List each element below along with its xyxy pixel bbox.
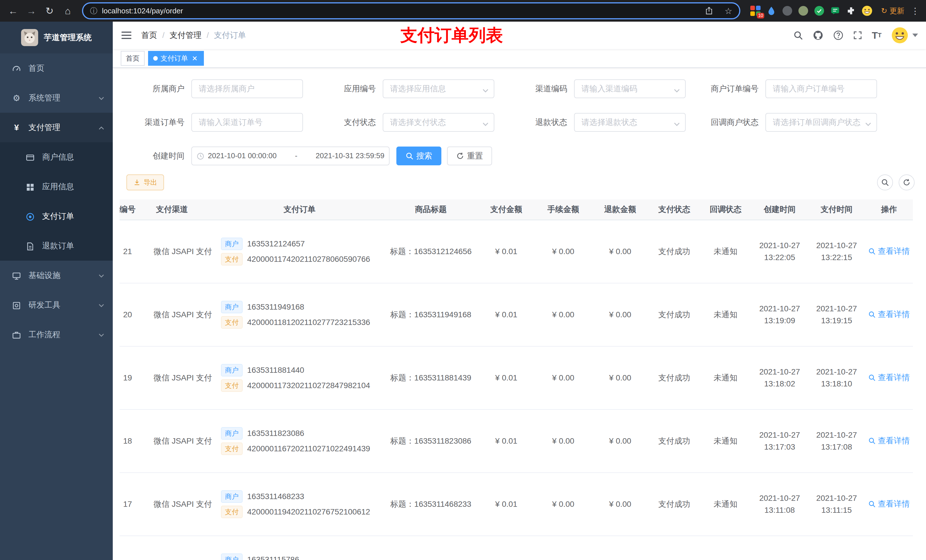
cell-refund: ¥ 0.00: [592, 409, 649, 472]
sidebar-item-merchant-info[interactable]: 商户信息: [0, 142, 113, 172]
table-header-row: 编号支付渠道支付订单商品标题支付金额手续金额退款金额支付状态回调状态创建时间支付…: [120, 199, 913, 220]
filter-label: 支付状态: [311, 117, 383, 128]
browser-update-button[interactable]: ↻ 更新: [878, 6, 908, 16]
filter-input[interactable]: [574, 79, 686, 98]
tab[interactable]: 支付订单: [148, 51, 204, 66]
pay-tag: 支付: [221, 316, 243, 329]
sidebar-item-refund-orders[interactable]: 退款订单: [0, 231, 113, 261]
github-icon[interactable]: [813, 30, 823, 41]
chevron-up-icon: [98, 123, 105, 132]
view-detail-label: 查看详情: [878, 498, 910, 509]
update-label: 更新: [890, 6, 904, 16]
sidebar-item-devtools[interactable]: 研发工具: [0, 290, 113, 320]
sidebar-item-pay[interactable]: ¥ 支付管理: [0, 113, 113, 142]
user-avatar-menu[interactable]: [891, 27, 918, 44]
merchant-order-no: 1635311949168: [247, 302, 304, 312]
refresh-table-button[interactable]: [899, 174, 915, 190]
pay-tag: 支付: [221, 379, 243, 392]
sidebar-item-label: 首页: [29, 63, 105, 74]
cell-created-time: 2021-10-2713:22:05: [751, 220, 808, 283]
cell-refund: ¥ 0.00: [592, 220, 649, 283]
column-header: 操作: [865, 199, 913, 220]
sidebar-item-app-info[interactable]: 应用信息: [0, 172, 113, 201]
app-logo-row[interactable]: 芋道管理系统: [0, 22, 113, 53]
breadcrumb-home[interactable]: 首页: [141, 30, 157, 41]
filter-input[interactable]: [191, 113, 303, 132]
chevron-down-icon: [864, 119, 872, 129]
date-start[interactable]: 2021-10-01 00:00:00: [208, 151, 277, 160]
browser-menu-icon[interactable]: ⋮: [909, 6, 921, 16]
url-text[interactable]: localhost:1024/pay/order: [102, 6, 697, 15]
extension-gray-icon[interactable]: [781, 5, 793, 17]
browser-back-icon[interactable]: ←: [5, 2, 22, 20]
export-button[interactable]: 导出: [126, 174, 164, 190]
extension-green-check-icon[interactable]: [813, 5, 825, 17]
view-detail-link[interactable]: 查看详情: [868, 246, 910, 257]
view-detail-link[interactable]: 查看详情: [868, 309, 910, 320]
filter-input[interactable]: [191, 79, 303, 98]
breadcrumb-pay[interactable]: 支付管理: [170, 30, 201, 41]
bookmark-star-icon[interactable]: ☆: [721, 3, 736, 18]
view-detail-link[interactable]: 查看详情: [868, 498, 910, 509]
table-row[interactable]: 19 微信 JSAPI 支付 商户 1635311881440 支付: [120, 346, 913, 409]
filter-input[interactable]: [383, 79, 494, 98]
address-bar[interactable]: ⓘ localhost:1024/pay/order ☆: [82, 2, 740, 20]
filter-input[interactable]: [766, 79, 877, 98]
close-icon[interactable]: [191, 54, 199, 62]
toggle-search-button[interactable]: [877, 174, 893, 190]
search-button[interactable]: 搜索: [396, 146, 441, 165]
date-end[interactable]: 2021-10-31 23:59:59: [316, 151, 384, 160]
sidebar-item-pay-orders[interactable]: 支付订单: [0, 201, 113, 231]
reset-button-label: 重置: [467, 151, 483, 162]
tab[interactable]: 首页: [121, 51, 145, 66]
font-size-icon[interactable]: TT: [872, 30, 882, 41]
view-detail-link[interactable]: 查看详情: [868, 435, 910, 446]
help-icon[interactable]: [833, 30, 843, 41]
cell-pay-order: 商户 1635311881440 支付 42000011732021102728…: [215, 346, 384, 409]
extension-olive-icon[interactable]: [797, 5, 809, 17]
browser-reload-icon[interactable]: ↻: [41, 2, 58, 20]
table-row[interactable]: 20 微信 JSAPI 支付 商户 1635311949168 支付: [120, 283, 913, 346]
chevron-down-icon: [482, 85, 489, 96]
search-icon[interactable]: [793, 30, 803, 40]
column-header: 支付时间: [808, 199, 865, 220]
search-icon: [881, 178, 889, 186]
reset-button[interactable]: 重置: [447, 146, 492, 165]
extensions-puzzle-icon[interactable]: [845, 5, 857, 17]
cell-title: 标题：1635311949168: [384, 283, 478, 346]
filter-input[interactable]: [574, 113, 686, 132]
sidebar-item-system[interactable]: ⚙ 系统管理: [0, 83, 113, 113]
filter-input[interactable]: [766, 113, 877, 132]
site-info-icon[interactable]: ⓘ: [90, 6, 97, 16]
view-detail-label: 查看详情: [878, 372, 910, 383]
extension-chat-icon[interactable]: [829, 5, 841, 17]
extension-colorful-icon[interactable]: 10: [749, 5, 761, 17]
filter-input[interactable]: [383, 113, 494, 132]
fullscreen-icon[interactable]: [853, 31, 862, 40]
share-icon[interactable]: [702, 3, 716, 18]
date-range-picker[interactable]: 2021-10-01 00:00:00 - 2021-10-31 23:59:5…: [191, 146, 390, 165]
cell-created-time: 2021-10-2713:11:08: [751, 472, 808, 536]
tab-label: 首页: [126, 54, 139, 63]
sidebar-item-workflow[interactable]: 工作流程: [0, 320, 113, 349]
cell-title: 标题：1635311823086: [384, 409, 478, 472]
target-icon: [25, 211, 35, 221]
table-row[interactable]: 18 微信 JSAPI 支付 商户 1635311823086 支付: [120, 409, 913, 472]
screen: ← → ↻ ⌂ ⓘ localhost:1024/pay/order ☆ 10: [0, 0, 926, 560]
table-tools: [877, 174, 915, 190]
profile-avatar-icon[interactable]: [861, 5, 873, 17]
table-row[interactable]: 21 微信 JSAPI 支付 商户 1635312124657 支付: [120, 220, 913, 283]
table-row[interactable]: 商户 163531115786 支付: [120, 536, 913, 560]
view-detail-link[interactable]: 查看详情: [868, 372, 910, 383]
filter-label: 渠道订单号: [120, 117, 191, 128]
browser-home-icon[interactable]: ⌂: [59, 2, 76, 20]
sidebar-item-home[interactable]: 首页: [0, 53, 113, 83]
hamburger-icon[interactable]: [121, 29, 133, 42]
cell-paid-time: 2021-10-2713:22:15: [808, 220, 865, 283]
sidebar-item-infrastructure[interactable]: 基础设施: [0, 261, 113, 290]
browser-forward-icon[interactable]: →: [23, 2, 40, 20]
merchant-order-no: 1635312124657: [247, 239, 305, 248]
table-row[interactable]: 17 微信 JSAPI 支付 商户 1635311468233 支付: [120, 472, 913, 536]
extension-drop-icon[interactable]: [766, 5, 777, 17]
cell-fee: [535, 536, 592, 560]
